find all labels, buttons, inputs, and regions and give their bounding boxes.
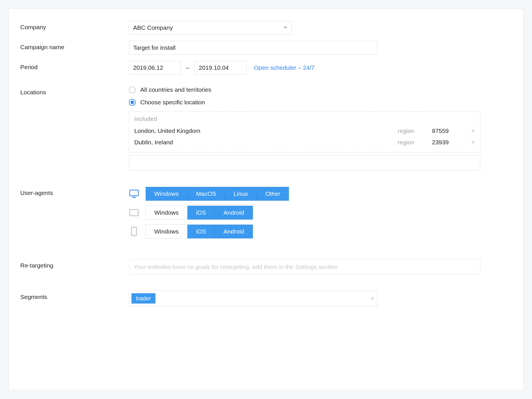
period-dash: – [186,64,189,71]
svg-rect-0 [130,190,138,196]
remove-location-icon[interactable]: × [466,127,475,135]
location-count: 23939 [432,139,466,146]
period-label: Period [20,61,129,71]
svg-point-4 [137,212,138,213]
ua-desktop-other-button[interactable]: Other [256,187,289,201]
ua-tablet-windows-button[interactable]: Windows [146,206,187,220]
locations-opt-specific[interactable]: Choose specific location [129,99,512,106]
location-region-label: region [398,127,432,134]
campaign-row: Campaign name [20,41,512,55]
locations-opt-all[interactable]: All countries and territories [129,86,512,93]
radio-icon [129,86,136,93]
ua-tablet-row: WindowsiOSAndroid [146,206,512,220]
campaign-label: Campaign name [20,41,129,51]
mobile-icon [129,226,139,237]
ua-mobile-ios-button[interactable]: iOS [187,225,215,238]
ua-label: User-agents [20,187,129,196]
segments-input[interactable]: trader × [129,291,377,306]
ua-desktop-row: WindowsMacOSLinuxOther [146,187,512,201]
ua-mobile-android-button[interactable]: Android [215,225,253,238]
remove-location-icon[interactable]: × [466,139,475,146]
location-item: Dublin, Ireland region 23939 × [134,137,475,148]
user-agents-row: User-agents WindowsMacOSLinuxOther Windo… [20,187,512,243]
retargeting-input[interactable]: Your websites have no goals for retarget… [129,259,480,275]
company-value: ABC Company [133,21,173,34]
ua-mobile-row: WindowsiOSAndroid [146,224,512,239]
chevron-down-icon [283,27,287,29]
location-name: Dublin, Ireland [134,139,398,146]
clear-segments-icon[interactable]: × [371,295,374,302]
ua-desktop-linux-button[interactable]: Linux [225,187,257,201]
campaign-name-input[interactable] [129,41,377,55]
period-row: Period – Open scheduler – 24/7 [20,61,512,75]
locations-opt-specific-label: Choose specific location [140,99,205,106]
desktop-icon [129,189,139,199]
segments-row: Segments trader × [20,291,512,306]
radio-selected-icon [129,99,136,106]
svg-rect-3 [130,210,138,216]
ua-desktop-windows-button[interactable]: Windows [146,187,187,201]
company-label: Company [20,21,129,31]
locations-label: Locations [20,86,129,96]
retargeting-row: Re-targeting Your websites have no goals… [20,259,512,275]
location-name: London, United Kingdom [134,127,398,134]
ua-tablet-ios-button[interactable]: iOS [187,206,215,220]
campaign-form-panel: Company ABC Company Campaign name Period… [9,9,523,390]
ua-tablet-strip: WindowsiOSAndroid [145,206,253,220]
retargeting-label: Re-targeting [20,259,129,269]
locations-row: Locations All countries and territories … [20,86,512,171]
period-to-input[interactable] [195,61,247,75]
ua-desktop-strip: WindowsMacOSLinuxOther [145,187,289,201]
location-count: 87559 [432,127,466,134]
company-select[interactable]: ABC Company [129,21,292,35]
segment-tag[interactable]: trader [131,293,155,304]
segments-label: Segments [20,291,129,300]
open-scheduler-link[interactable]: Open scheduler – 24/7 [254,64,315,71]
location-region-label: region [398,139,432,146]
location-item: London, United Kingdom region 87559 × [134,125,475,137]
ua-mobile-windows-button[interactable]: Windows [146,225,187,238]
ua-desktop-macos-button[interactable]: MacOS [187,187,225,201]
ua-mobile-strip: WindowsiOSAndroid [145,224,253,239]
locations-included-header: Included [134,115,475,122]
company-row: Company ABC Company [20,21,512,35]
period-from-input[interactable] [129,61,181,75]
ua-tablet-android-button[interactable]: Android [215,206,253,220]
tablet-icon [129,208,139,218]
locations-opt-all-label: All countries and territories [140,86,211,93]
svg-point-6 [134,234,135,235]
locations-included-box: Included London, United Kingdom region 8… [129,111,480,152]
location-search-input[interactable] [129,155,480,171]
